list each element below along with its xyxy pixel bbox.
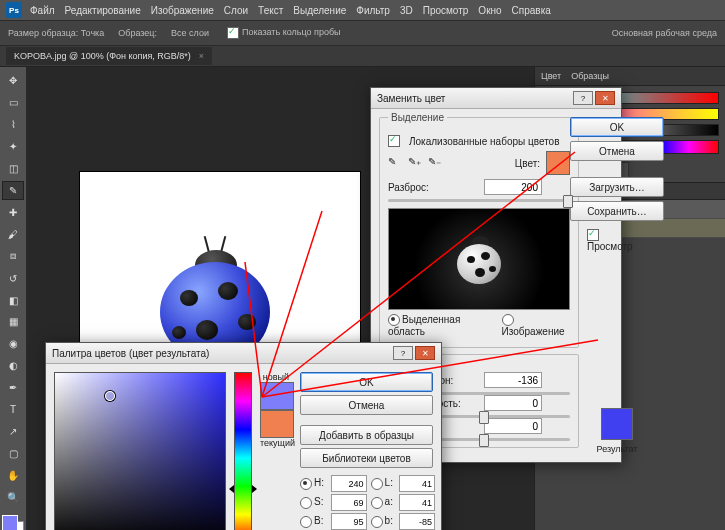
stamp-tool[interactable]: ⧈ xyxy=(2,246,24,266)
b2-input[interactable] xyxy=(399,513,435,530)
marquee-tool[interactable]: ▭ xyxy=(2,93,24,113)
fuzziness-slider[interactable] xyxy=(388,199,570,202)
color-libraries-button[interactable]: Библиотеки цветов xyxy=(300,448,433,468)
localized-label: Локализованные наборы цветов xyxy=(409,136,559,147)
document-tab[interactable]: KOPOBA.jpg @ 100% (Фон копия, RGB/8*) × xyxy=(6,47,212,65)
menu-edit[interactable]: Редактирование xyxy=(65,5,141,16)
move-tool[interactable]: ✥ xyxy=(2,71,24,91)
save-button[interactable]: Сохранить… xyxy=(570,201,664,221)
new-color-swatch[interactable] xyxy=(260,382,294,410)
dodge-tool[interactable]: ◐ xyxy=(2,356,24,376)
ok-button[interactable]: OK xyxy=(300,372,433,392)
document-tab-label: KOPOBA.jpg @ 100% (Фон копия, RGB/8*) xyxy=(14,51,191,61)
eyedropper-add-icon[interactable]: ✎₊ xyxy=(408,156,422,170)
radio-a[interactable] xyxy=(371,497,383,509)
s-input[interactable] xyxy=(331,494,367,511)
menu-file[interactable]: Файл xyxy=(30,5,55,16)
close-tab-icon[interactable]: × xyxy=(199,51,204,61)
saturation-input[interactable] xyxy=(484,395,542,411)
localized-checkbox[interactable] xyxy=(388,135,400,147)
menu-image[interactable]: Изображение xyxy=(151,5,214,16)
current-color-swatch[interactable] xyxy=(260,410,294,438)
history-brush-tool[interactable]: ↺ xyxy=(2,268,24,288)
menu-window[interactable]: Окно xyxy=(478,5,501,16)
radio-l[interactable] xyxy=(371,478,383,490)
a-input[interactable] xyxy=(399,494,435,511)
eyedropper-tool[interactable]: ✎ xyxy=(2,181,24,201)
path-tool[interactable]: ↗ xyxy=(2,422,24,442)
fuzziness-label: Разброс: xyxy=(388,182,478,193)
color-field[interactable] xyxy=(54,372,226,530)
fuzziness-input[interactable] xyxy=(484,179,542,195)
dialog-title: Палитра цветов (цвет результата) xyxy=(52,348,393,359)
menu-filter[interactable]: Фильтр xyxy=(356,5,390,16)
eraser-tool[interactable]: ◧ xyxy=(2,290,24,310)
close-icon[interactable]: ✕ xyxy=(595,91,615,105)
radio-image-label: Изображение xyxy=(502,326,565,337)
selection-preview xyxy=(388,208,570,310)
radio-image[interactable] xyxy=(502,314,514,326)
source-color-swatch[interactable] xyxy=(546,151,570,175)
radio-b[interactable] xyxy=(300,516,312,528)
crop-tool[interactable]: ◫ xyxy=(2,159,24,179)
shape-tool[interactable]: ▢ xyxy=(2,443,24,463)
l-input[interactable] xyxy=(399,475,435,492)
color-label: Цвет: xyxy=(515,158,540,169)
help-icon[interactable]: ? xyxy=(393,346,413,360)
hue-input[interactable] xyxy=(484,372,542,388)
main-menu-bar: Ps Файл Редактирование Изображение Слои … xyxy=(0,0,725,21)
foreground-swatch[interactable] xyxy=(2,515,18,530)
tab-color[interactable]: Цвет xyxy=(541,71,561,81)
gradient-tool[interactable]: ▦ xyxy=(2,312,24,332)
dialog-titlebar[interactable]: Палитра цветов (цвет результата) ? ✕ xyxy=(46,343,441,364)
h-input[interactable] xyxy=(331,475,367,492)
show-ring-label: Показать кольцо пробы xyxy=(242,27,341,37)
cancel-button[interactable]: Отмена xyxy=(300,395,433,415)
pen-tool[interactable]: ✒ xyxy=(2,378,24,398)
menu-select[interactable]: Выделение xyxy=(293,5,346,16)
radio-selection[interactable] xyxy=(388,314,400,326)
current-color-label: текущий xyxy=(260,438,292,448)
menu-3d[interactable]: 3D xyxy=(400,5,413,16)
preview-label: Просмотр xyxy=(587,241,633,252)
preview-checkbox[interactable] xyxy=(587,229,599,241)
heal-tool[interactable]: ✚ xyxy=(2,202,24,222)
sample-value[interactable]: Все слои xyxy=(171,28,209,38)
lasso-tool[interactable]: ⌇ xyxy=(2,115,24,135)
radio-s[interactable] xyxy=(300,497,312,509)
menu-layers[interactable]: Слои xyxy=(224,5,248,16)
result-color-swatch[interactable] xyxy=(601,408,633,440)
ok-button[interactable]: OK xyxy=(570,117,664,137)
radio-h[interactable] xyxy=(300,478,312,490)
dialog-titlebar[interactable]: Заменить цвет ? ✕ xyxy=(371,88,621,109)
menu-text[interactable]: Текст xyxy=(258,5,283,16)
tab-swatches[interactable]: Образцы xyxy=(571,71,609,81)
tool-palette: ✥ ▭ ⌇ ✦ ◫ ✎ ✚ 🖌 ⧈ ↺ ◧ ▦ ◉ ◐ ✒ T ↗ ▢ ✋ 🔍 xyxy=(0,67,27,530)
show-ring-checkbox[interactable] xyxy=(227,27,239,39)
lightness-input[interactable] xyxy=(484,418,542,434)
hand-tool[interactable]: ✋ xyxy=(2,465,24,485)
color-swatches[interactable] xyxy=(2,515,24,530)
workspace-switcher[interactable]: Основная рабочая среда xyxy=(612,28,717,38)
magic-wand-tool[interactable]: ✦ xyxy=(2,137,24,157)
eyedropper-icon[interactable]: ✎ xyxy=(388,156,402,170)
cancel-button[interactable]: Отмена xyxy=(570,141,664,161)
add-to-swatches-button[interactable]: Добавить в образцы xyxy=(300,425,433,445)
options-bar: Размер образца: Точка Образец: Все слои … xyxy=(0,21,725,46)
menu-view[interactable]: Просмотр xyxy=(423,5,469,16)
help-icon[interactable]: ? xyxy=(573,91,593,105)
zoom-tool[interactable]: 🔍 xyxy=(2,487,24,507)
load-button[interactable]: Загрузить… xyxy=(570,177,664,197)
bv-input[interactable] xyxy=(331,513,367,530)
menu-help[interactable]: Справка xyxy=(512,5,551,16)
dialog-title: Заменить цвет xyxy=(377,93,573,104)
type-tool[interactable]: T xyxy=(2,400,24,420)
hue-slider[interactable] xyxy=(234,372,252,530)
radio-b2[interactable] xyxy=(371,516,383,528)
sample-size-value[interactable]: Точка xyxy=(81,28,104,38)
blur-tool[interactable]: ◉ xyxy=(2,334,24,354)
brush-tool[interactable]: 🖌 xyxy=(2,224,24,244)
result-label: Результат xyxy=(597,444,638,454)
close-icon[interactable]: ✕ xyxy=(415,346,435,360)
eyedropper-sub-icon[interactable]: ✎₋ xyxy=(428,156,442,170)
